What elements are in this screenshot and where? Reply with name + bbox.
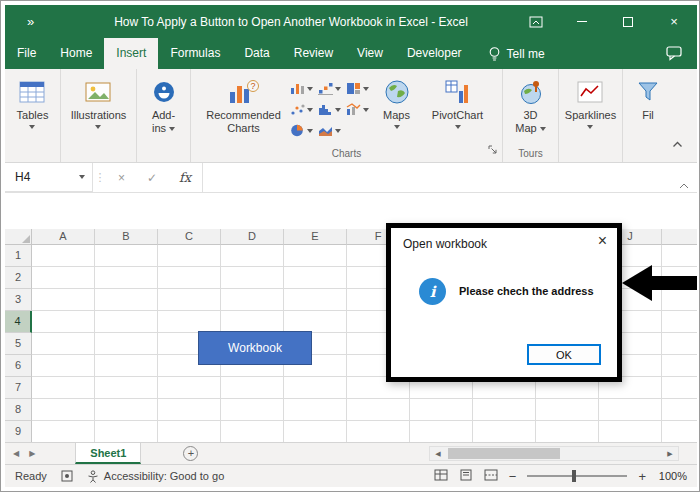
ok-button[interactable]: OK <box>527 344 601 365</box>
cell-A4[interactable] <box>32 311 95 333</box>
normal-view-icon[interactable] <box>434 469 448 483</box>
cell-E7[interactable] <box>284 377 347 399</box>
cell-I8[interactable] <box>536 399 599 421</box>
recommended-charts-button[interactable]: ? Recommended Charts <box>200 75 288 141</box>
cell-C7[interactable] <box>158 377 221 399</box>
column-chart-button[interactable] <box>288 78 316 99</box>
collapse-ribbon-icon[interactable] <box>672 134 683 152</box>
zoom-level[interactable]: 100% <box>657 470 687 482</box>
cell-J9[interactable] <box>599 421 662 442</box>
cell-A1[interactable] <box>32 245 95 267</box>
tab-home[interactable]: Home <box>48 38 104 69</box>
pie-chart-button[interactable] <box>288 120 316 141</box>
tell-me-box[interactable]: Tell me <box>488 38 545 69</box>
cell-D4[interactable] <box>221 311 284 333</box>
tab-data[interactable]: Data <box>232 38 281 69</box>
next-sheet-icon[interactable]: ▶ <box>29 449 35 458</box>
accessibility-icon[interactable] <box>87 470 99 483</box>
zoom-slider[interactable] <box>527 475 627 477</box>
zoom-out-button[interactable]: − <box>509 469 517 484</box>
tables-button[interactable]: Tables <box>17 75 49 129</box>
zoom-in-button[interactable]: + <box>638 469 646 484</box>
comments-icon[interactable] <box>666 46 683 65</box>
cell-B1[interactable] <box>95 245 158 267</box>
cell-B8[interactable] <box>95 399 158 421</box>
illustrations-button[interactable]: Illustrations <box>71 75 127 129</box>
tab-formulas[interactable]: Formulas <box>158 38 232 69</box>
row-header-4[interactable]: 4 <box>5 311 32 333</box>
scrollbar-thumb[interactable] <box>448 448 560 459</box>
charts-dialog-launcher-icon[interactable] <box>488 141 498 159</box>
waterfall-chart-button[interactable] <box>316 78 344 99</box>
area-chart-button[interactable] <box>316 120 344 141</box>
cell-C9[interactable] <box>158 421 221 442</box>
cell-C2[interactable] <box>158 267 221 289</box>
cell-E4[interactable] <box>284 311 347 333</box>
cell-B9[interactable] <box>95 421 158 442</box>
tab-developer[interactable]: Developer <box>395 38 474 69</box>
row-header-3[interactable]: 3 <box>5 289 32 311</box>
column-header-A[interactable]: A <box>32 229 95 245</box>
row-header-8[interactable]: 8 <box>5 399 32 421</box>
row-header-9[interactable]: 9 <box>5 421 32 442</box>
ribbon-display-options-icon[interactable] <box>513 5 559 38</box>
cell-B3[interactable] <box>95 289 158 311</box>
cell-D9[interactable] <box>221 421 284 442</box>
cell-H8[interactable] <box>473 399 536 421</box>
name-box[interactable]: H4 <box>5 163 93 192</box>
select-all-corner[interactable] <box>5 229 32 245</box>
cancel-icon[interactable]: × <box>118 171 125 185</box>
cell-D2[interactable] <box>221 267 284 289</box>
cell-I9[interactable] <box>536 421 599 442</box>
cell-E8[interactable] <box>284 399 347 421</box>
cell-B2[interactable] <box>95 267 158 289</box>
scroll-left-icon[interactable]: ◀ <box>430 447 446 460</box>
cell-C1[interactable] <box>158 245 221 267</box>
maps-button[interactable]: Maps <box>372 75 422 141</box>
formula-input[interactable] <box>203 163 697 192</box>
insert-function-icon[interactable]: fx <box>179 170 191 185</box>
zoom-slider-thumb[interactable] <box>572 470 576 482</box>
pivotchart-button[interactable]: PivotChart <box>422 75 494 141</box>
cell-C3[interactable] <box>158 289 221 311</box>
cell-B6[interactable] <box>95 355 158 377</box>
close-button[interactable]: × <box>651 5 697 38</box>
row-header-5[interactable]: 5 <box>5 333 32 355</box>
enter-icon[interactable]: ✓ <box>147 171 157 185</box>
accessibility-status[interactable]: Accessibility: Good to go <box>104 470 224 482</box>
cell-A8[interactable] <box>32 399 95 421</box>
cell-E3[interactable] <box>284 289 347 311</box>
cell-G8[interactable] <box>410 399 473 421</box>
cell-B5[interactable] <box>95 333 158 355</box>
cell-A6[interactable] <box>32 355 95 377</box>
new-sheet-button[interactable]: + <box>183 446 198 461</box>
cell-B4[interactable] <box>95 311 158 333</box>
quick-access-toolbar-icon[interactable]: » <box>27 14 35 29</box>
tab-review[interactable]: Review <box>282 38 345 69</box>
cell-A9[interactable] <box>32 421 95 442</box>
histogram-chart-button[interactable] <box>316 99 344 120</box>
minimize-button[interactable] <box>559 5 605 38</box>
macro-record-icon[interactable] <box>61 470 73 482</box>
row-header-2[interactable]: 2 <box>5 267 32 289</box>
cell-A3[interactable] <box>32 289 95 311</box>
cell-J8[interactable] <box>599 399 662 421</box>
page-break-view-icon[interactable] <box>484 469 498 483</box>
cell-D1[interactable] <box>221 245 284 267</box>
cell-E9[interactable] <box>284 421 347 442</box>
cell-G9[interactable] <box>410 421 473 442</box>
3d-map-button[interactable]: 3D Map <box>515 75 545 135</box>
page-layout-view-icon[interactable] <box>459 469 473 483</box>
column-header-E[interactable]: E <box>284 229 347 245</box>
cell-A5[interactable] <box>32 333 95 355</box>
hierarchy-chart-button[interactable] <box>344 78 372 99</box>
cell-B7[interactable] <box>95 377 158 399</box>
workbook-macro-button[interactable]: Workbook <box>198 331 312 365</box>
prev-sheet-icon[interactable]: ◀ <box>13 449 19 458</box>
column-header-C[interactable]: C <box>158 229 221 245</box>
filters-button[interactable]: Fil <box>637 75 659 122</box>
cell-E1[interactable] <box>284 245 347 267</box>
column-header-B[interactable]: B <box>95 229 158 245</box>
sheet-tab-sheet1[interactable]: Sheet1 <box>75 443 141 464</box>
tab-insert[interactable]: Insert <box>104 38 158 69</box>
